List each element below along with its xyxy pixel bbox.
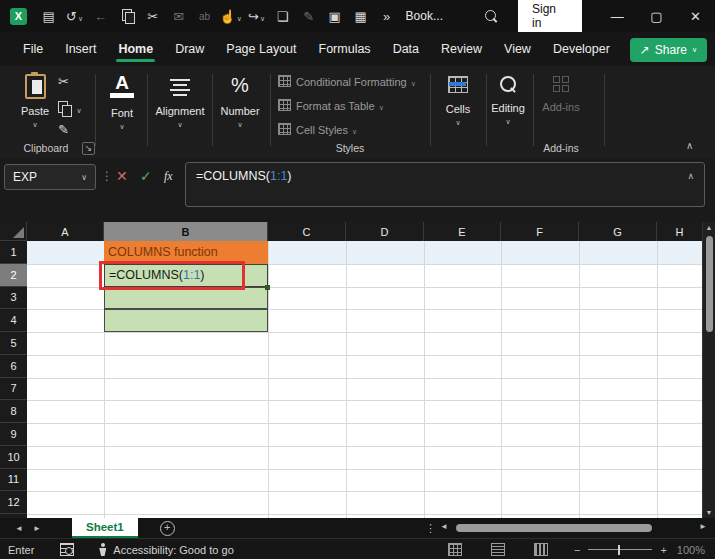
tab-home[interactable]: Home [107,34,164,65]
more-commands-icon[interactable]: » [374,9,400,24]
zoom-in-button[interactable]: + [660,544,666,556]
row-header-7[interactable]: 7 [0,378,27,401]
spelling-icon[interactable]: ab [192,11,218,22]
page-break-view-button[interactable] [534,543,548,556]
cell-styles-button[interactable]: Cell Styles∨ [278,123,357,136]
confirm-icon[interactable]: ✓ [140,168,152,184]
row-header-1[interactable]: 1 [0,241,27,264]
touch-mode-icon[interactable]: ☝∨ [218,9,244,24]
new-file-icon[interactable]: ❏ [270,9,296,24]
cells-group-button[interactable]: Cells ∨ [434,76,482,127]
column-header-H[interactable]: H [657,222,703,241]
row-header-9[interactable]: 9 [0,423,27,446]
scroll-down-icon[interactable]: ▼ [703,509,715,516]
editing-group-button[interactable]: Editing ∨ [486,76,530,126]
page-layout-view-button[interactable] [491,543,505,556]
tab-review[interactable]: Review [430,34,493,65]
macro-record-icon[interactable]: ▦ [348,9,374,24]
horizontal-scrollbar[interactable] [452,524,694,532]
tab-view[interactable]: View [493,34,542,65]
sheet-prev-icon[interactable]: ◄ [10,524,28,533]
row-header-12[interactable]: 12 [0,491,27,514]
clipboard-dialog-launcher-icon[interactable]: ↘ [82,142,95,155]
fill-handle[interactable] [265,285,270,290]
save-icon[interactable]: ▤ [36,9,62,24]
gridline [268,241,269,518]
vertical-scroll-thumb[interactable] [706,236,713,332]
normal-view-button[interactable] [448,543,462,556]
cancel-icon[interactable]: ✕ [116,168,128,184]
column-header-C[interactable]: C [268,222,346,241]
add-sheet-button[interactable]: + [160,521,175,536]
undo-icon[interactable]: ↺∨ [62,9,88,24]
tab-bar-options-icon[interactable]: ⋮ [425,522,436,535]
minimize-button[interactable]: — [598,9,637,24]
vertical-scrollbar[interactable]: ▲ ▼ [702,222,715,518]
row-header-11[interactable]: 11 [0,469,27,492]
back-icon[interactable]: ← [88,9,114,24]
tab-formulas[interactable]: Formulas [308,34,382,65]
column-header-G[interactable]: G [579,222,657,241]
copy-button[interactable]: ∨ [58,99,82,117]
macro-record-icon[interactable] [60,543,74,556]
format-painter-button[interactable]: ✎ [58,122,69,137]
sheet-tab-active[interactable]: Sheet1 [72,518,138,538]
conditional-formatting-button[interactable]: Conditional Formatting∨ [278,75,416,88]
zoom-level[interactable]: 100% [677,544,705,556]
add-ins-button[interactable]: Add-ins [538,76,584,113]
font-group-button[interactable]: A Font ∨ [99,74,145,131]
tab-data[interactable]: Data [382,34,430,65]
cut-icon[interactable]: ✂ [140,9,166,24]
row-header-3[interactable]: 3 [0,287,27,310]
zoom-slider[interactable] [588,549,652,551]
column-header-E[interactable]: E [424,222,501,241]
copy-icon[interactable] [114,9,140,24]
zoom-out-button[interactable]: − [574,544,580,556]
scroll-up-icon[interactable]: ▲ [703,224,715,231]
insert-function-icon[interactable]: fx [164,169,173,184]
maximize-button[interactable]: ▢ [637,9,676,24]
mail-icon[interactable]: ✉ [166,9,192,24]
horizontal-scroll-thumb[interactable] [456,524,652,532]
format-as-table-icon [278,99,291,111]
select-all-button[interactable] [0,222,27,241]
tab-insert[interactable]: Insert [54,34,107,65]
row-header-2[interactable]: 2 [0,264,27,287]
cut-button[interactable]: ✂ [58,74,69,89]
alignment-group-button[interactable]: Alignment ∨ [150,76,210,129]
column-header-B[interactable]: B [104,222,268,241]
row-header-4[interactable]: 4 [0,309,27,332]
redo-icon[interactable]: ↪∨ [244,9,270,24]
tab-file[interactable]: File [12,34,54,65]
collapse-ribbon-icon[interactable]: ∧ [686,140,693,151]
share-button[interactable]: ↗ Share ∨ [630,38,707,62]
sign-in-button[interactable]: Sign in [518,0,582,35]
paste-button[interactable]: Paste ∨ [18,74,52,129]
column-header-F[interactable]: F [501,222,579,241]
hscroll-left-icon[interactable]: ◄ [440,522,448,531]
row-header-10[interactable]: 10 [0,446,27,469]
draw-icon[interactable]: ✎ [296,9,322,24]
number-group-button[interactable]: % Number ∨ [215,74,265,129]
accessibility-status[interactable]: Accessibility: Good to go [113,544,233,556]
close-button[interactable]: ✕ [676,9,715,24]
column-header-D[interactable]: D [346,222,424,241]
name-box[interactable]: EXP ∨ [4,164,96,190]
cell-B3[interactable] [104,287,268,310]
hscroll-right-icon[interactable]: ► [699,522,707,531]
row-header-5[interactable]: 5 [0,332,27,355]
sheet-next-icon[interactable]: ► [28,524,46,533]
camera-icon[interactable]: ▣ [322,9,348,24]
formula-input[interactable]: =COLUMNS(1:1) ∧ [185,162,705,207]
formula-bar-handle[interactable]: ⋮ [101,169,113,183]
tab-page-layout[interactable]: Page Layout [215,34,307,65]
cell-B4[interactable] [104,309,268,332]
row-header-6[interactable]: 6 [0,355,27,378]
column-header-A[interactable]: A [27,222,104,241]
expand-formula-bar-icon[interactable]: ∧ [687,171,694,181]
tab-developer[interactable]: Developer [542,34,621,65]
format-as-table-button[interactable]: Format as Table∨ [278,99,384,112]
search-icon[interactable] [485,7,496,25]
tab-draw[interactable]: Draw [164,34,215,65]
row-header-8[interactable]: 8 [0,400,27,423]
